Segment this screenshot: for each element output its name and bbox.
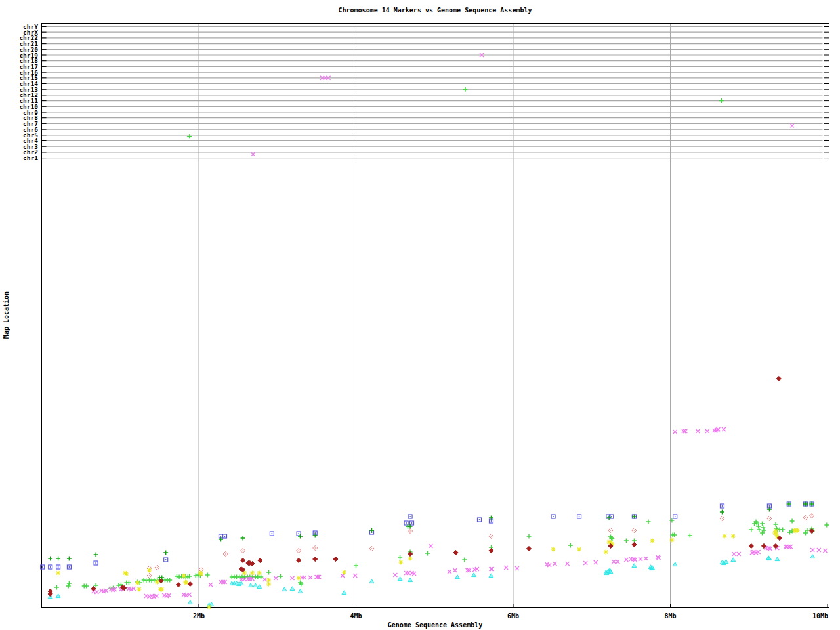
point-decode [94,553,98,557]
point-genethon [489,534,494,538]
point-tng-chr7 [790,123,794,127]
point-wi_rh [137,587,142,592]
point-gm99_gb4 [760,522,765,526]
point-decode [67,556,72,561]
point-gm99_g3 [241,558,245,562]
point-tng [644,556,648,560]
point-marshfield [67,565,71,569]
point-wi_yac [775,557,780,561]
plot-border [42,24,830,608]
point-gm99_gb4 [147,578,152,583]
point-wi_rh [257,571,262,576]
point-gm99_g3 [526,546,531,551]
point-gm99_gb4 [354,564,358,568]
point-wi_yac [398,577,402,581]
point-marshfield [49,565,52,569]
point-wi_rh [199,572,203,576]
point-wi_rh [551,547,556,552]
point-gm99_g3 [453,550,458,555]
point-gm99_gb4 [761,526,765,530]
point-tng [705,429,709,433]
point-gm99_gb4 [150,579,154,583]
point-gm99_gb4 [66,584,71,589]
point-wi_yac [56,594,60,598]
point-genethon [632,528,637,532]
point-wi_yac [472,573,476,577]
point-gm99_gb4 [824,523,829,528]
point-tng [188,593,192,597]
point-gm99_g3 [333,556,338,561]
point-tng [393,573,397,577]
point-gm99_gb4 [84,584,89,589]
point-decode [298,534,303,539]
point-marshfield [223,534,227,538]
point-gm99_gb4 [205,573,210,578]
point-gm99_gb4 [688,534,692,538]
point-gm99_gb4 [142,578,146,583]
point-tng [737,552,741,556]
point-wi_yac [257,585,262,589]
point-decode [241,536,245,541]
point-gm99_gb4 [259,575,263,579]
point-tng [594,560,598,564]
point-marshfield [551,514,555,518]
point-wi_rh [207,605,211,610]
x-tick-label-2Mb: 2Mb [193,612,205,620]
point-gm99_gb4 [749,528,753,532]
point-gm99_gb4 [127,581,131,585]
plot-canvas [0,0,840,630]
point-decode [56,556,60,561]
point-tng [616,560,620,564]
point-tng [553,562,557,566]
point-gm99_gb4 [278,574,283,579]
point-genethon [369,546,374,551]
point-tng [732,552,736,556]
point-wi_rh [774,529,778,534]
point-gm99_g3 [776,376,781,381]
point-wi_yac [731,558,736,562]
point-wi_rh [650,539,655,543]
point-gm99_gb4-chr11 [719,98,724,103]
point-wi_rh [135,581,140,585]
point-tng [504,566,508,570]
point-tng [429,544,432,548]
point-gm99_gb4 [646,520,651,524]
point-marshfield [270,532,274,536]
point-tng [209,583,213,587]
point-marshfield [578,514,581,518]
point-tng [817,548,821,552]
point-marshfield [56,565,60,569]
point-marshfield [721,504,724,508]
point-wi_rh [731,534,736,539]
point-wi_rh [398,560,403,565]
point-wi_rh [604,550,608,555]
point-marshfield [164,558,168,562]
point-tng [263,578,267,581]
point-wi_rh [147,568,152,573]
point-tng [673,430,677,434]
point-genethon [408,528,413,533]
point-gm99_gb4 [624,539,629,543]
point-decode [607,516,612,520]
point-tng-chr2 [251,152,255,156]
point-wi_yac [282,587,287,591]
point-gm99_gb4 [774,522,778,527]
point-wi_rh [124,572,129,576]
point-tng [722,427,726,431]
point-tng [94,590,98,594]
chart-title: Chromosome 14 Markers vs Genome Sequence… [0,7,840,14]
point-gm99_gb4 [266,570,271,575]
point-marshfield [673,514,677,518]
point-wi_yac [298,589,303,593]
chart-screenshot: Chromosome 14 Markers vs Genome Sequence… [0,0,840,630]
point-gm99_gb4 [175,574,179,579]
point-gm99_gb4-chr13 [463,87,468,92]
x-axis-title: Genome Sequence Assembly [0,622,840,629]
point-tng [624,558,628,562]
point-wi_yac [673,562,677,566]
y-axis-label-chr1: chr1 [23,155,38,161]
point-tng [274,576,278,580]
point-wi_rh [266,578,271,583]
point-gm99_gb4 [54,585,59,590]
point-decode [720,510,724,514]
